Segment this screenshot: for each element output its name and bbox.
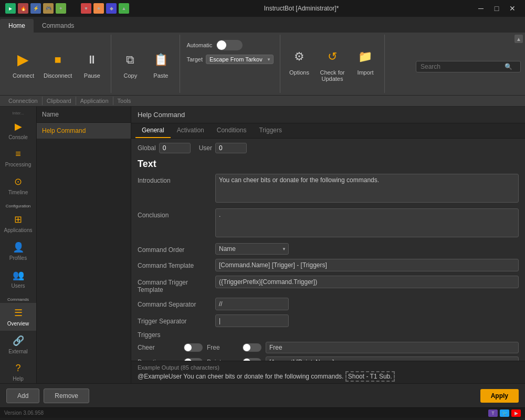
user-cooldown-input[interactable] — [215, 143, 247, 153]
check-updates-button[interactable]: ↺ Check for Updates — [315, 44, 350, 84]
label-connection: Connection — [4, 97, 43, 105]
command-item-help[interactable]: Help Command — [37, 123, 131, 139]
app-icon-1: ▶ — [5, 3, 16, 14]
clipboard-buttons: ⧉ Copy 📋 Paste — [116, 47, 175, 81]
example-output-label: Example Output (85 characters) — [138, 364, 519, 371]
sidebar-item-users[interactable]: 👥 Users — [0, 265, 36, 293]
trigger-separator-label: Trigger Separator — [138, 314, 211, 325]
app-title: InstructBot [Administrator]* — [264, 5, 339, 12]
search-input[interactable] — [421, 63, 505, 70]
target-select[interactable]: Escape From Tarkov Fortnite Valorant — [206, 55, 274, 64]
toolbar-labels: Connection Clipboard Application Tools — [0, 96, 525, 107]
sidebar-item-help[interactable]: ? Help — [0, 359, 36, 383]
import-icon: 📁 — [355, 46, 376, 67]
command-trigger-label: Command Trigger Template — [138, 276, 211, 293]
connection-buttons: ▶ Connect ■ Disconnect ⏸ Pause — [8, 47, 107, 81]
label-tools: Tools — [113, 97, 135, 105]
pause-button[interactable]: ⏸ Pause — [77, 47, 107, 81]
add-button[interactable]: Add — [6, 388, 39, 403]
sidebar-item-applications[interactable]: ⊞ Applications — [0, 209, 36, 237]
trigger-separator-input[interactable] — [215, 314, 289, 327]
automatic-toggle[interactable] — [216, 40, 243, 50]
introduction-row: Introduction — [138, 174, 519, 204]
detail-panel: Help Command General Activation Conditio… — [131, 107, 525, 383]
copy-button[interactable]: ⧉ Copy — [116, 47, 145, 81]
cheer-label: Cheer — [138, 344, 180, 351]
command-template-input[interactable] — [215, 259, 519, 271]
sidebar-item-console[interactable]: ▶ Console — [0, 117, 36, 144]
search-area: 🔍 — [416, 56, 521, 72]
text-section-title: Text — [138, 159, 519, 170]
command-list: Help Command — [37, 123, 131, 383]
version-text: Version 3.06.958 — [4, 410, 44, 416]
console-icon: ▶ — [15, 121, 22, 132]
maximize-button[interactable]: □ — [489, 3, 504, 14]
free-input[interactable] — [266, 342, 519, 353]
disconnect-button[interactable]: ■ Disconnect — [39, 47, 76, 81]
timeline-icon: ⊙ — [14, 176, 22, 187]
label-application: Application — [76, 97, 113, 105]
sidebar-overview-label: Overview — [7, 321, 29, 327]
command-order-field: Name Random Alphabetical — [215, 243, 519, 255]
external-icon: 🔗 — [13, 335, 24, 346]
cheer-toggle-knob — [184, 344, 192, 351]
label-clipboard: Clipboard — [43, 97, 76, 105]
introduction-wrapper — [215, 174, 519, 204]
introduction-textarea[interactable] — [215, 174, 519, 203]
conclusion-textarea[interactable] — [215, 208, 519, 237]
bottom-bar: Add Remove Apply — [0, 383, 525, 407]
points-input[interactable] — [266, 356, 519, 361]
youtube-icon: ▶ — [511, 410, 521, 417]
sub-tab-general[interactable]: General — [135, 123, 171, 138]
twitch-icon: T — [488, 410, 498, 417]
global-cooldown-input[interactable] — [159, 143, 191, 153]
command-trigger-input[interactable] — [215, 276, 519, 288]
sidebar-commands-header: Commands — [0, 295, 36, 303]
minimize-button[interactable]: ─ — [474, 3, 488, 14]
toolbar-clipboard-group: ⧉ Copy 📋 Paste — [111, 35, 180, 93]
tab-home[interactable]: Home — [0, 19, 34, 33]
command-trigger-field — [215, 276, 519, 288]
sidebar-item-external[interactable]: 🔗 External — [0, 331, 36, 359]
paste-button[interactable]: 📋 Paste — [146, 47, 175, 81]
remove-button[interactable]: Remove — [44, 388, 89, 403]
conclusion-wrapper — [215, 208, 519, 239]
help-icon: ? — [15, 363, 20, 374]
cheer-toggle[interactable] — [184, 343, 203, 352]
example-output-highlight: Shoot - T1 Sub. — [345, 371, 395, 382]
apply-button[interactable]: Apply — [480, 389, 519, 403]
sub-tab-activation[interactable]: Activation — [171, 123, 211, 138]
close-button[interactable]: ✕ — [505, 3, 520, 14]
command-template-label: Command Template — [138, 259, 211, 269]
connect-button[interactable]: ▶ Connect — [8, 47, 38, 81]
command-separator-input[interactable] — [215, 298, 289, 310]
target-row: Target Escape From Tarkov Fortnite Valor… — [186, 55, 274, 64]
trigger-separator-row: Trigger Separator — [138, 314, 519, 327]
sidebar-item-timeline[interactable]: ⊙ Timeline — [0, 172, 36, 200]
free-toggle[interactable] — [243, 343, 261, 352]
donation-toggle[interactable] — [184, 358, 203, 361]
app-icon-9: ▲ — [119, 3, 129, 14]
copy-icon: ⧉ — [120, 49, 141, 70]
toolbar-collapse-button[interactable]: ▲ — [514, 35, 523, 43]
sidebar: Inter... ▶ Console ≡ Processing ⊙ Timeli… — [0, 107, 37, 383]
sidebar-interaction-header: Inter... — [0, 109, 36, 117]
sub-tab-triggers[interactable]: Triggers — [253, 123, 288, 138]
sidebar-item-processing[interactable]: ≡ Processing — [0, 144, 36, 172]
introduction-label: Introduction — [138, 174, 211, 184]
sidebar-item-overview[interactable]: ☰ Overview — [0, 303, 36, 331]
import-button[interactable]: 📁 Import — [351, 44, 380, 84]
sidebar-item-profiles[interactable]: 👤 Profiles — [0, 237, 36, 265]
example-output-text-row: @ExampleUser You can cheer bits or donat… — [138, 373, 519, 380]
app-icon-5: ✦ — [56, 3, 66, 14]
command-order-select[interactable]: Name Random Alphabetical — [215, 243, 289, 255]
command-template-row: Command Template — [138, 259, 519, 271]
example-output: Example Output (85 characters) @ExampleU… — [131, 361, 525, 383]
tab-commands[interactable]: Commands — [34, 19, 82, 33]
sidebar-profiles-label: Profiles — [9, 255, 27, 261]
options-button[interactable]: ⚙ Options — [285, 44, 314, 84]
points-toggle[interactable] — [243, 358, 261, 361]
sub-tab-conditions[interactable]: Conditions — [211, 123, 253, 138]
status-icons: T 🐦 ▶ — [488, 410, 521, 417]
command-order-row: Command Order Name Random Alphabetical — [138, 243, 519, 255]
